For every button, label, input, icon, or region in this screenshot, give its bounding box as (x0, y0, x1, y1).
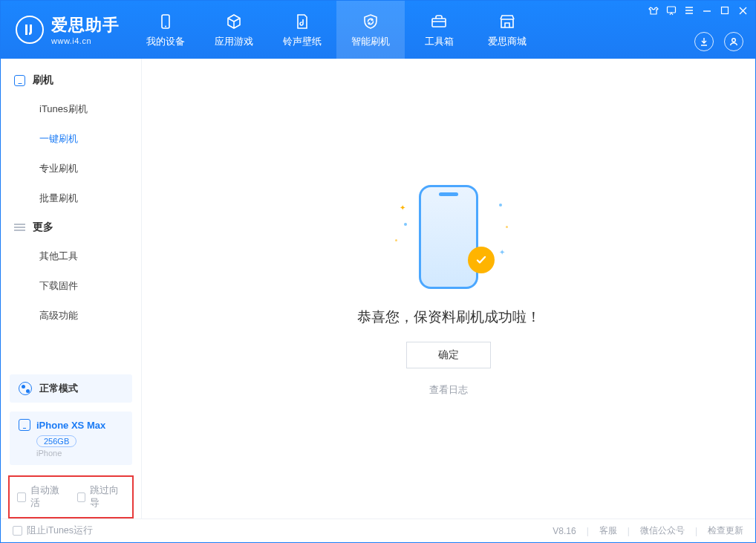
menu-icon[interactable] (684, 5, 694, 16)
device-card[interactable]: iPhone XS Max 256GB iPhone (10, 412, 132, 465)
nav-section-header: 更多 (1, 213, 141, 241)
mode-card[interactable]: 正常模式 (10, 374, 132, 403)
tab-label: 我的设备 (146, 36, 185, 48)
tab-music-file[interactable]: 铃声壁纸 (268, 1, 336, 59)
check-badge-icon (468, 247, 495, 273)
footer-bar: 阻止iTunes运行 V8.16 | 客服 | 微信公众号 | 检查更新 (1, 518, 755, 542)
mode-label: 正常模式 (39, 382, 78, 395)
svg-rect-4 (722, 7, 729, 14)
music-file-icon (293, 12, 312, 31)
nav-item[interactable]: 专业刷机 (1, 154, 141, 183)
tshirt-icon[interactable] (648, 5, 659, 16)
minimize-icon[interactable] (702, 5, 712, 16)
top-tabs: 我的设备应用游戏铃声壁纸智能刷机工具箱爱思商城 (131, 1, 541, 59)
tab-label: 工具箱 (425, 36, 454, 48)
svg-rect-3 (668, 7, 676, 13)
tab-label: 智能刷机 (351, 36, 390, 48)
feedback-icon[interactable] (666, 5, 677, 16)
logo-area: 爱思助手 www.i4.cn (1, 1, 131, 59)
nav-item[interactable]: 下载固件 (1, 271, 141, 301)
footer-link-wechat[interactable]: 微信公众号 (640, 524, 685, 537)
phone-icon (14, 75, 25, 86)
refresh-shield-icon (361, 12, 380, 31)
close-icon[interactable] (737, 5, 748, 16)
skip-guide-checkbox[interactable]: 跳过向导 (77, 484, 126, 510)
phone-icon (19, 419, 30, 431)
nav-item[interactable]: 批量刷机 (1, 183, 141, 213)
svg-rect-2 (432, 19, 446, 27)
nav-item[interactable]: 一键刷机 (1, 124, 141, 154)
flash-options-highlight: 自动激活 跳过向导 (8, 475, 134, 518)
user-button[interactable] (724, 32, 743, 51)
tab-toolbox[interactable]: 工具箱 (405, 1, 473, 59)
tab-cube[interactable]: 应用游戏 (200, 1, 268, 59)
phone-illustration-icon (419, 185, 478, 289)
cube-icon (224, 12, 244, 31)
header-bar: 爱思助手 www.i4.cn 我的设备应用游戏铃声壁纸智能刷机工具箱爱思商城 (1, 1, 755, 59)
store-icon (498, 12, 517, 31)
device-type: iPhone (36, 449, 123, 458)
tab-refresh-shield[interactable]: 智能刷机 (336, 1, 405, 59)
tab-device[interactable]: 我的设备 (131, 1, 200, 59)
app-name: 爱思助手 (51, 14, 120, 36)
svg-point-1 (165, 25, 166, 27)
tab-store[interactable]: 爱思商城 (473, 1, 541, 59)
version-label: V8.16 (553, 526, 576, 536)
main-content: ✦✦ 恭喜您，保资料刷机成功啦！ 确定 查看日志 (142, 59, 755, 518)
header-right-buttons (694, 32, 743, 51)
nav-item[interactable]: 高级功能 (1, 301, 141, 331)
sidebar-nav: 刷机iTunes刷机一键刷机专业刷机批量刷机更多其他工具下载固件高级功能 (1, 59, 141, 331)
success-illustration: ✦✦ (389, 181, 508, 293)
block-itunes-checkbox[interactable]: 阻止iTunes运行 (13, 524, 93, 537)
toolbox-icon (429, 12, 449, 31)
device-icon (156, 12, 175, 31)
view-log-link[interactable]: 查看日志 (429, 383, 468, 397)
tab-label: 应用游戏 (215, 36, 253, 48)
sidebar: 刷机iTunes刷机一键刷机专业刷机批量刷机更多其他工具下载固件高级功能 正常模… (1, 59, 142, 518)
app-window: 爱思助手 www.i4.cn 我的设备应用游戏铃声壁纸智能刷机工具箱爱思商城 刷… (0, 0, 756, 543)
maximize-icon[interactable] (720, 5, 730, 16)
nav-item[interactable]: 其他工具 (1, 241, 141, 271)
footer-link-support[interactable]: 客服 (599, 524, 617, 537)
auto-activate-checkbox[interactable]: 自动激活 (17, 484, 65, 510)
download-button[interactable] (694, 32, 714, 51)
device-storage: 256GB (36, 435, 76, 447)
logo-text: 爱思助手 www.i4.cn (51, 14, 120, 45)
svg-point-5 (732, 39, 736, 42)
tab-label: 铃声壁纸 (283, 36, 322, 48)
mode-icon (19, 382, 32, 395)
ok-button[interactable]: 确定 (406, 342, 491, 368)
app-logo-icon (16, 16, 44, 44)
nav-item[interactable]: iTunes刷机 (1, 94, 141, 124)
window-controls (648, 5, 748, 16)
menu-icon (14, 224, 25, 231)
footer-link-update[interactable]: 检查更新 (708, 524, 743, 537)
tab-label: 爱思商城 (488, 36, 527, 48)
success-message: 恭喜您，保资料刷机成功啦！ (357, 308, 541, 327)
app-url: www.i4.cn (51, 36, 120, 45)
body: 刷机iTunes刷机一键刷机专业刷机批量刷机更多其他工具下载固件高级功能 正常模… (1, 59, 755, 518)
device-name: iPhone XS Max (36, 420, 105, 431)
nav-section-header: 刷机 (1, 66, 141, 94)
